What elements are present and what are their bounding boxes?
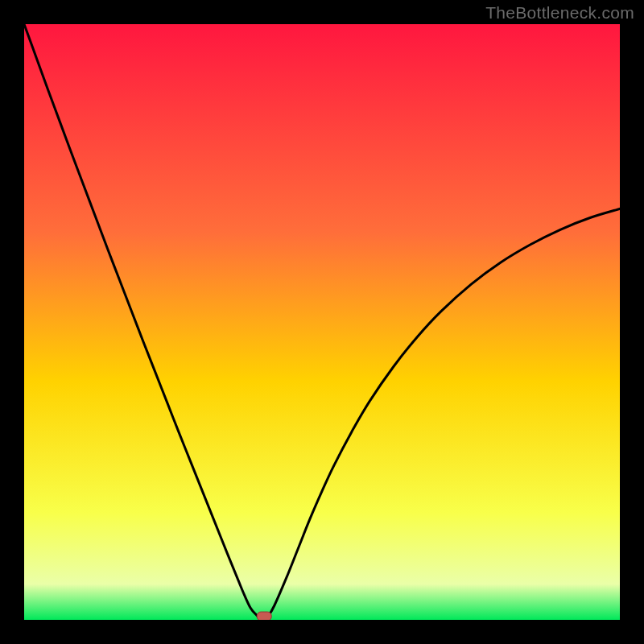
optimum-marker [257, 612, 271, 620]
chart-frame: TheBottleneck.com [0, 0, 644, 644]
plot-area [24, 24, 620, 620]
watermark-text: TheBottleneck.com [485, 3, 634, 23]
gradient-background [24, 24, 620, 620]
bottleneck-chart [24, 24, 620, 620]
